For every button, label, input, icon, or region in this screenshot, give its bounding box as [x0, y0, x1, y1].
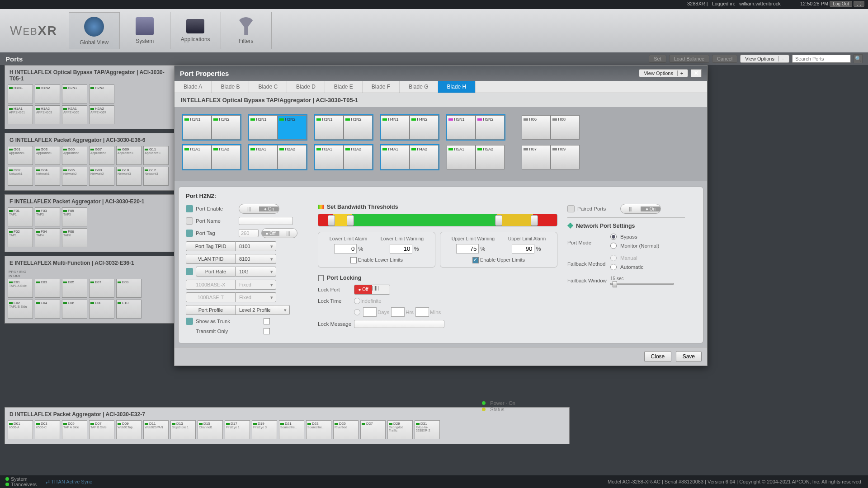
bg-port[interactable]: G10Network3: [116, 167, 142, 186]
lock-message-input[interactable]: [354, 320, 444, 328]
bg-port[interactable]: D09Web01Tap...: [116, 420, 142, 439]
bg-port[interactable]: E03: [35, 279, 60, 298]
bg-port[interactable]: G02Network1: [8, 167, 33, 186]
handle-lla[interactable]: [328, 215, 335, 226]
port-tag-toggle[interactable]: ● Off|||: [261, 228, 297, 238]
bg-port[interactable]: G11Appliance3: [143, 146, 169, 165]
blade-tab-blade-d[interactable]: Blade D: [287, 81, 325, 93]
port-H2N2[interactable]: H2N2: [278, 115, 307, 140]
handle-llw[interactable]: [347, 215, 354, 226]
bg-port[interactable]: E02TAP1 B Side: [8, 300, 33, 319]
enable-lower-checkbox[interactable]: [350, 257, 357, 263]
bg-port[interactable]: D11Web02SPAN: [143, 420, 169, 439]
bg-port[interactable]: F02TAP1: [8, 228, 33, 247]
vlan-tpid-select[interactable]: VLAN TPID8100: [186, 254, 308, 264]
handle-ula[interactable]: [531, 215, 538, 226]
port-H3A1[interactable]: H3A1: [315, 145, 344, 169]
bg-port[interactable]: D016500-A: [8, 420, 33, 439]
nav-global-view[interactable]: Global View: [69, 12, 120, 49]
port-H2A2[interactable]: H2A2: [278, 145, 307, 169]
port-tag-tpid-select[interactable]: Port Tag TPID8100: [186, 241, 308, 251]
set-button[interactable]: Set: [649, 55, 666, 63]
port-H2A1[interactable]: H2A1: [249, 145, 278, 169]
port-enable-toggle[interactable]: |||● On: [239, 204, 279, 214]
modal-save-button[interactable]: Save: [676, 351, 702, 362]
port-H4N2[interactable]: H4N2: [410, 115, 439, 140]
bg-port[interactable]: D07TAP B Side: [89, 420, 114, 439]
bg-port[interactable]: E04: [35, 300, 60, 319]
bg-port[interactable]: H1A2APP1>G03: [35, 105, 60, 124]
bg-port[interactable]: H1N1: [8, 84, 33, 103]
blade-tab-blade-c[interactable]: Blade C: [249, 81, 287, 93]
bg-port[interactable]: D15Channel1: [198, 420, 223, 439]
lower-warn-input[interactable]: [390, 244, 412, 253]
bg-port[interactable]: G08Network2: [89, 167, 114, 186]
bg-port[interactable]: F04TAP4: [35, 228, 60, 247]
blade-tab-blade-b[interactable]: Blade B: [212, 81, 249, 93]
load-balance-button[interactable]: Load Balance: [669, 55, 709, 63]
bg-port[interactable]: G05Appliance2: [62, 146, 87, 165]
bg-port[interactable]: D23Sourcefire...: [306, 420, 331, 439]
port-name-input[interactable]: [239, 217, 293, 225]
lower-alarm-input[interactable]: [334, 244, 357, 253]
bg-port[interactable]: G09Appliance3: [116, 146, 142, 165]
port-H3N1[interactable]: H3N1: [315, 115, 344, 140]
mode-monitor-radio[interactable]: [610, 243, 617, 249]
port-H1A2[interactable]: H1A2: [212, 145, 241, 169]
blade-tab-blade-g[interactable]: Blade G: [400, 81, 438, 93]
blade-tab-blade-h[interactable]: Blade H: [438, 81, 476, 93]
bg-port[interactable]: D13GigaStore 1: [170, 420, 196, 439]
bg-port[interactable]: D21Sourcefire...: [279, 420, 304, 439]
port-H3N2[interactable]: H3N2: [344, 115, 373, 140]
bg-port[interactable]: H2A1APP2>G05: [62, 105, 87, 124]
blade-tab-blade-e[interactable]: Blade E: [325, 81, 363, 93]
paired-ports-toggle[interactable]: |||● On: [620, 204, 661, 214]
bg-port[interactable]: G04Network1: [35, 167, 60, 186]
port-H5N2[interactable]: H5N2: [476, 115, 505, 140]
blade-tab-blade-a[interactable]: Blade A: [175, 81, 212, 93]
nav-applications[interactable]: Applications: [170, 12, 221, 49]
bg-port[interactable]: D27: [360, 420, 386, 439]
bandwidth-bar[interactable]: [318, 214, 557, 226]
bg-port[interactable]: D17FireEye 1: [225, 420, 250, 439]
bg-port[interactable]: H2A2APP2>G07: [89, 105, 114, 124]
upper-alarm-input[interactable]: [512, 244, 534, 253]
port-H4N1[interactable]: H4N1: [381, 115, 410, 140]
bg-port[interactable]: G12Network3: [143, 167, 169, 186]
bg-port[interactable]: G01Appliance1: [8, 146, 33, 165]
blade-tab-blade-f[interactable]: Blade F: [363, 81, 400, 93]
bg-port[interactable]: E01TAP1 A Side: [8, 279, 33, 298]
port-H07[interactable]: H07: [522, 145, 551, 169]
logout-button[interactable]: Log Out: [830, 1, 852, 7]
mode-bypass-radio[interactable]: [610, 234, 617, 240]
bg-port[interactable]: E07: [89, 279, 114, 298]
bg-port[interactable]: F05TAP5: [62, 207, 87, 226]
bg-port[interactable]: H2N2: [89, 84, 114, 103]
port-H06[interactable]: H06: [522, 115, 551, 140]
show-trunk-checkbox[interactable]: [264, 318, 270, 324]
bg-port[interactable]: E06: [62, 300, 87, 319]
lock-port-toggle[interactable]: ● Off|||||: [354, 285, 390, 295]
transmit-only-checkbox[interactable]: [264, 328, 270, 334]
bg-port[interactable]: D036500-C: [35, 420, 60, 439]
bg-port[interactable]: H2N1: [62, 84, 87, 103]
port-tag-input[interactable]: [239, 229, 259, 237]
failback-window-slider[interactable]: [610, 283, 674, 285]
port-profile-select[interactable]: Port ProfileLevel 2 Profile: [186, 305, 308, 315]
port-H09[interactable]: H09: [551, 145, 580, 169]
port-H5A2[interactable]: H5A2: [476, 145, 505, 169]
handle-ulw[interactable]: [495, 215, 502, 226]
search-icon[interactable]: 🔍: [854, 54, 863, 63]
enable-upper-checkbox[interactable]: ✓: [472, 257, 479, 263]
nav-system[interactable]: System: [120, 12, 170, 49]
port-rate-select[interactable]: Port Rate10G: [196, 267, 276, 277]
port-H1N2[interactable]: H1N2: [212, 115, 241, 140]
modal-close-button[interactable]: Close: [644, 351, 672, 362]
bg-port[interactable]: G07Appliance2: [89, 146, 114, 165]
bg-port[interactable]: E05: [62, 279, 87, 298]
bg-port[interactable]: E08: [89, 300, 114, 319]
upper-warn-input[interactable]: [456, 244, 479, 253]
modal-view-options-button[interactable]: View Options ÷: [639, 69, 688, 77]
bg-port[interactable]: F03TAP3: [35, 207, 60, 226]
bg-port[interactable]: D25Riverbed: [333, 420, 359, 439]
